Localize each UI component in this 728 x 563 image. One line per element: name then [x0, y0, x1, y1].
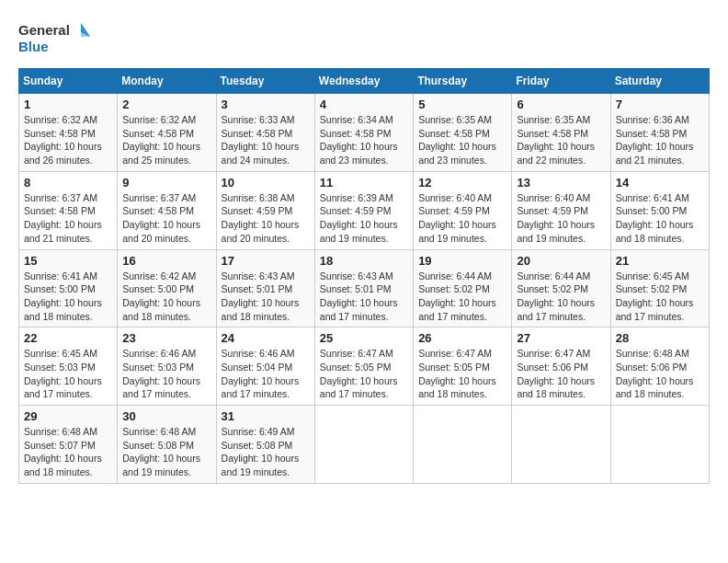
calendar-cell: 18Sunrise: 6:43 AMSunset: 5:01 PMDayligh… — [314, 249, 413, 327]
weekday-header: Wednesday — [314, 69, 413, 94]
day-number: 25 — [320, 331, 408, 345]
day-number: 28 — [616, 331, 704, 345]
day-info: Sunrise: 6:37 AMSunset: 4:58 PMDaylight:… — [122, 191, 210, 246]
calendar-cell: 20Sunrise: 6:44 AMSunset: 5:02 PMDayligh… — [512, 249, 610, 327]
day-number: 24 — [222, 331, 310, 345]
calendar-cell: 28Sunrise: 6:48 AMSunset: 5:06 PMDayligh… — [610, 327, 709, 406]
day-number: 4 — [320, 98, 408, 111]
calendar-week-row: 29Sunrise: 6:48 AMSunset: 5:07 PMDayligh… — [19, 406, 710, 484]
day-info: Sunrise: 6:45 AMSunset: 5:02 PMDaylight:… — [616, 270, 704, 324]
calendar-cell: 24Sunrise: 6:46 AMSunset: 5:04 PMDayligh… — [216, 327, 314, 406]
calendar-week-row: 22Sunrise: 6:45 AMSunset: 5:03 PMDayligh… — [19, 327, 710, 406]
day-number: 2 — [122, 98, 210, 111]
calendar-week-row: 8Sunrise: 6:37 AMSunset: 4:58 PMDaylight… — [19, 171, 710, 249]
day-number: 10 — [222, 176, 310, 190]
day-number: 17 — [222, 254, 310, 268]
calendar-cell: 25Sunrise: 6:47 AMSunset: 5:05 PMDayligh… — [314, 327, 413, 406]
day-info: Sunrise: 6:34 AMSunset: 4:58 PMDaylight:… — [320, 113, 408, 167]
day-number: 6 — [517, 98, 605, 111]
calendar-cell: 5Sunrise: 6:35 AMSunset: 4:58 PMDaylight… — [414, 94, 512, 172]
day-info: Sunrise: 6:47 AMSunset: 5:05 PMDaylight:… — [418, 347, 506, 401]
calendar-cell: 29Sunrise: 6:48 AMSunset: 5:07 PMDayligh… — [19, 406, 118, 484]
calendar-cell: 11Sunrise: 6:39 AMSunset: 4:59 PMDayligh… — [314, 171, 413, 249]
calendar-cell — [314, 406, 413, 484]
day-info: Sunrise: 6:35 AMSunset: 4:58 PMDaylight:… — [517, 113, 605, 167]
calendar-cell — [414, 406, 512, 484]
day-number: 14 — [616, 176, 704, 190]
calendar-cell: 30Sunrise: 6:48 AMSunset: 5:08 PMDayligh… — [118, 406, 216, 484]
day-number: 9 — [122, 176, 210, 190]
calendar-cell: 9Sunrise: 6:37 AMSunset: 4:58 PMDaylight… — [118, 171, 216, 249]
calendar-cell: 23Sunrise: 6:46 AMSunset: 5:03 PMDayligh… — [118, 327, 216, 406]
calendar-cell: 27Sunrise: 6:47 AMSunset: 5:06 PMDayligh… — [512, 327, 610, 406]
day-info: Sunrise: 6:47 AMSunset: 5:06 PMDaylight:… — [517, 347, 605, 401]
day-info: Sunrise: 6:49 AMSunset: 5:08 PMDaylight:… — [222, 425, 310, 479]
day-number: 15 — [24, 254, 112, 268]
day-number: 29 — [24, 409, 112, 423]
day-number: 22 — [24, 331, 112, 345]
day-info: Sunrise: 6:38 AMSunset: 4:59 PMDaylight:… — [222, 191, 310, 246]
calendar-header-row: SundayMondayTuesdayWednesdayThursdayFrid… — [19, 69, 710, 94]
day-number: 23 — [122, 331, 210, 345]
day-info: Sunrise: 6:40 AMSunset: 4:59 PMDaylight:… — [517, 191, 605, 246]
day-info: Sunrise: 6:33 AMSunset: 4:58 PMDaylight:… — [222, 113, 310, 167]
calendar-cell: 7Sunrise: 6:36 AMSunset: 4:58 PMDaylight… — [610, 94, 709, 172]
day-info: Sunrise: 6:41 AMSunset: 5:00 PMDaylight:… — [616, 191, 704, 246]
day-info: Sunrise: 6:44 AMSunset: 5:02 PMDaylight:… — [517, 270, 605, 324]
calendar-cell: 31Sunrise: 6:49 AMSunset: 5:08 PMDayligh… — [216, 406, 314, 484]
calendar-cell: 13Sunrise: 6:40 AMSunset: 4:59 PMDayligh… — [512, 171, 610, 249]
page-header: General Blue — [18, 18, 710, 59]
day-number: 12 — [418, 176, 506, 190]
calendar-cell: 2Sunrise: 6:32 AMSunset: 4:58 PMDaylight… — [118, 94, 216, 172]
calendar-cell: 26Sunrise: 6:47 AMSunset: 5:05 PMDayligh… — [414, 327, 512, 406]
day-info: Sunrise: 6:39 AMSunset: 4:59 PMDaylight:… — [320, 191, 408, 246]
day-info: Sunrise: 6:32 AMSunset: 4:58 PMDaylight:… — [24, 113, 112, 167]
day-number: 19 — [418, 254, 506, 268]
day-info: Sunrise: 6:48 AMSunset: 5:07 PMDaylight:… — [24, 425, 112, 479]
day-info: Sunrise: 6:43 AMSunset: 5:01 PMDaylight:… — [222, 270, 310, 324]
day-info: Sunrise: 6:43 AMSunset: 5:01 PMDaylight:… — [320, 270, 408, 324]
weekday-header: Tuesday — [216, 69, 314, 94]
day-info: Sunrise: 6:46 AMSunset: 5:04 PMDaylight:… — [222, 347, 310, 401]
logo: General Blue — [18, 18, 92, 59]
day-number: 16 — [122, 254, 210, 268]
calendar-cell: 1Sunrise: 6:32 AMSunset: 4:58 PMDaylight… — [19, 94, 118, 172]
day-number: 18 — [320, 254, 408, 268]
day-info: Sunrise: 6:36 AMSunset: 4:58 PMDaylight:… — [616, 113, 704, 167]
svg-marker-3 — [81, 23, 90, 37]
day-info: Sunrise: 6:41 AMSunset: 5:00 PMDaylight:… — [24, 270, 112, 324]
logo-svg: General Blue — [18, 18, 92, 59]
day-number: 30 — [122, 409, 210, 423]
calendar-cell — [610, 406, 709, 484]
calendar-cell: 17Sunrise: 6:43 AMSunset: 5:01 PMDayligh… — [216, 249, 314, 327]
weekday-header: Thursday — [414, 69, 512, 94]
weekday-header: Saturday — [610, 69, 709, 94]
day-info: Sunrise: 6:48 AMSunset: 5:06 PMDaylight:… — [616, 347, 704, 401]
calendar: SundayMondayTuesdayWednesdayThursdayFrid… — [18, 68, 710, 484]
svg-text:General: General — [18, 22, 70, 38]
day-info: Sunrise: 6:40 AMSunset: 4:59 PMDaylight:… — [418, 191, 506, 246]
day-info: Sunrise: 6:37 AMSunset: 4:58 PMDaylight:… — [24, 191, 112, 246]
calendar-cell: 3Sunrise: 6:33 AMSunset: 4:58 PMDaylight… — [216, 94, 314, 172]
calendar-cell: 15Sunrise: 6:41 AMSunset: 5:00 PMDayligh… — [19, 249, 118, 327]
day-number: 5 — [418, 98, 506, 111]
calendar-cell: 6Sunrise: 6:35 AMSunset: 4:58 PMDaylight… — [512, 94, 610, 172]
day-number: 3 — [222, 98, 310, 111]
day-number: 27 — [517, 331, 605, 345]
calendar-week-row: 1Sunrise: 6:32 AMSunset: 4:58 PMDaylight… — [19, 94, 710, 172]
day-number: 11 — [320, 176, 408, 190]
weekday-header: Monday — [118, 69, 216, 94]
day-info: Sunrise: 6:42 AMSunset: 5:00 PMDaylight:… — [122, 270, 210, 324]
svg-text:Blue: Blue — [18, 39, 49, 54]
calendar-cell: 21Sunrise: 6:45 AMSunset: 5:02 PMDayligh… — [610, 249, 709, 327]
day-number: 8 — [24, 176, 112, 190]
calendar-week-row: 15Sunrise: 6:41 AMSunset: 5:00 PMDayligh… — [19, 249, 710, 327]
day-number: 21 — [616, 254, 704, 268]
calendar-cell: 19Sunrise: 6:44 AMSunset: 5:02 PMDayligh… — [414, 249, 512, 327]
calendar-cell: 8Sunrise: 6:37 AMSunset: 4:58 PMDaylight… — [19, 171, 118, 249]
day-info: Sunrise: 6:48 AMSunset: 5:08 PMDaylight:… — [122, 425, 210, 479]
day-info: Sunrise: 6:46 AMSunset: 5:03 PMDaylight:… — [122, 347, 210, 401]
calendar-cell: 10Sunrise: 6:38 AMSunset: 4:59 PMDayligh… — [216, 171, 314, 249]
day-number: 13 — [517, 176, 605, 190]
day-info: Sunrise: 6:47 AMSunset: 5:05 PMDaylight:… — [320, 347, 408, 401]
